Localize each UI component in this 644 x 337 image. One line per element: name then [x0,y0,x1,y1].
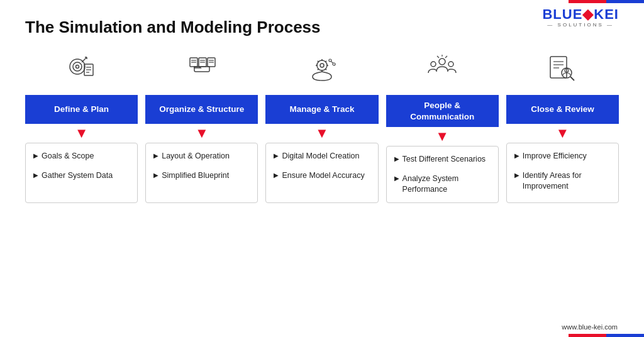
header-organize-structure: Organize & Structure [145,95,258,124]
content-item: ▶ Layout & Operation [153,151,250,162]
column-people-communication: People & Communication ▼ ▶ Test Differen… [386,48,499,203]
svg-point-2 [75,65,79,69]
column-manage-track: Manage & Track ▼ ▶ Digital Model Creatio… [265,48,378,203]
accent-bottom-red [569,334,606,337]
content-text: Gather System Data [42,170,113,181]
svg-point-34 [448,62,453,67]
logo-blue-part: BLUE [542,6,582,22]
bullet-icon: ▶ [514,152,519,160]
page-container: BLUE◆KEI — SOLUTIONS — The Simulation an… [0,0,644,337]
main-content: Define & Plan ▼ ▶ Goals & Scope ▶ Gather… [25,48,619,203]
content-item: ▶ Identify Areas for Improvement [514,170,611,192]
arrow-define-plan: ▼ [75,126,89,140]
content-item: ▶ Gather System Data [33,170,130,181]
content-manage-track: ▶ Digital Model Creation ▶ Ensure Model … [265,143,378,203]
accent-bottom-blue [606,334,644,337]
content-text: Simplified Blueprint [162,170,229,181]
arrow-organize-structure: ▼ [195,126,209,140]
manage-track-icon [305,53,339,87]
svg-line-37 [445,56,447,58]
icon-define-plan [65,48,99,91]
header-define-plan: Define & Plan [25,95,138,124]
header-close-review: Close & Review [506,95,619,124]
logo-diamond: ◆ [582,6,594,22]
column-organize-structure: Organize & Structure ▼ ▶ Layout & Operat… [145,48,258,203]
logo-text: BLUE◆KEI [542,8,619,21]
bullet-icon: ▶ [274,171,279,180]
icon-close-review [545,48,579,91]
content-text: Improve Efficiency [523,151,587,162]
icon-people-communication [425,48,459,91]
content-text: Layout & Operation [162,151,230,162]
arrow-close-review: ▼ [556,126,570,140]
svg-point-20 [320,64,324,67]
content-organize-structure: ▶ Layout & Operation ▶ Simplified Bluepr… [145,143,258,203]
content-text: Identify Areas for Improvement [523,170,611,192]
footer-url: www.blue-kei.com [562,323,618,331]
bullet-icon: ▶ [153,171,158,180]
svg-point-32 [439,58,445,65]
content-item: ▶ Digital Model Creation [274,151,370,162]
bullet-icon: ▶ [394,174,399,183]
svg-line-43 [570,77,574,80]
content-text: Analyze System Performance [402,174,491,195]
bullet-icon: ▶ [514,171,519,180]
people-communication-icon [425,53,459,87]
bullet-icon: ▶ [153,152,158,160]
svg-point-1 [73,62,82,71]
content-close-review: ▶ Improve Efficiency ▶ Identify Areas fo… [506,143,619,203]
arrow-people-communication: ▼ [435,130,449,143]
svg-rect-38 [550,57,567,78]
accent-top-red [569,0,606,3]
content-item: ▶ Ensure Model Accuracy [274,170,370,181]
content-item: ▶ Analyze System Performance [394,174,491,195]
header-manage-track: Manage & Track [265,95,378,124]
content-text: Ensure Model Accuracy [282,170,364,181]
svg-line-3 [82,57,87,62]
logo-kei-part: KEI [594,6,619,22]
accent-top-blue [606,0,644,3]
bullet-icon: ▶ [33,171,38,180]
content-text: Digital Model Creation [282,151,359,162]
content-define-plan: ▶ Goals & Scope ▶ Gather System Data [25,143,138,203]
arrow-manage-track: ▼ [315,126,329,140]
svg-point-33 [431,62,436,67]
close-review-icon [545,53,579,87]
bullet-icon: ▶ [33,152,38,160]
content-text: Test Different Scenarios [402,154,486,165]
icon-manage-track [305,48,339,91]
content-people-communication: ▶ Test Different Scenarios ▶ Analyze Sys… [386,146,499,203]
icon-organize-structure [185,48,219,91]
svg-line-31 [331,62,333,64]
header-people-communication: People & Communication [386,95,499,127]
content-item: ▶ Improve Efficiency [514,151,611,162]
content-item: ▶ Goals & Scope [33,151,130,162]
organize-structure-icon [185,53,219,87]
content-item: ▶ Test Different Scenarios [394,154,491,165]
bullet-icon: ▶ [394,155,399,163]
define-plan-icon [65,53,99,87]
svg-line-36 [437,56,439,58]
logo-subtitle: — SOLUTIONS — [547,22,614,28]
page-title: The Simulation and Modeling Process [25,18,619,37]
content-text: Goals & Scope [42,151,94,162]
bullet-icon: ▶ [274,152,279,160]
column-define-plan: Define & Plan ▼ ▶ Goals & Scope ▶ Gather… [25,48,138,203]
logo: BLUE◆KEI — SOLUTIONS — [542,8,619,28]
content-item: ▶ Simplified Blueprint [153,170,250,181]
column-close-review: Close & Review ▼ ▶ Improve Efficiency ▶ … [506,48,619,203]
